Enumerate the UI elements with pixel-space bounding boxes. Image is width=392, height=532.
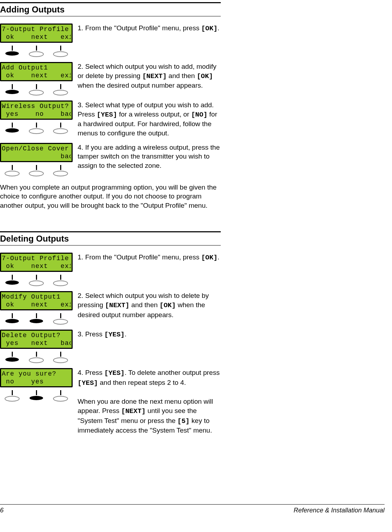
step-text-part: . (125, 330, 126, 338)
step-text: 2. Select which output you wish to add, … (78, 62, 221, 90)
device-button (52, 123, 69, 134)
device-button (52, 352, 69, 363)
step-text: 4. If you are adding a wireless output, … (78, 143, 221, 170)
step-row: Delete Output? yes next back 3. Press [Y… (0, 330, 221, 363)
lcd-line-2: no yes (2, 378, 71, 386)
lcd-screen: 7-Output Profile ok next exit (0, 24, 73, 43)
device-button (52, 390, 69, 402)
lcd-block: Wireless Output? yes no back (0, 100, 73, 134)
key-label: [NEXT] (142, 72, 167, 80)
key-label: [YES] (97, 111, 117, 119)
device-button (52, 165, 69, 176)
buttons-row (0, 84, 73, 95)
device-button (52, 275, 69, 286)
device-button (28, 275, 45, 286)
buttons-row (0, 165, 73, 176)
lcd-screen: Delete Output? yes next back (0, 330, 73, 349)
lcd-screen: Modify Output1 ok next exit (0, 291, 73, 310)
lcd-line-2: ok next exit (2, 33, 71, 41)
lcd-line-1: Open/Close Cover (2, 145, 71, 153)
step-text-part: and then repeat steps 2 to 4. (98, 379, 186, 386)
step-text-part: when the desired output number appears. (78, 82, 203, 89)
step-number: 4. (78, 144, 83, 151)
lcd-block: Delete Output? yes next back (0, 330, 73, 363)
deleting-steps: 7-Output Profile ok next exit 1. From th… (0, 253, 221, 435)
page-number: 6 (0, 507, 4, 514)
device-button (28, 84, 45, 95)
step-text-part: . (218, 253, 219, 261)
section-heading-adding: Adding Outputs (0, 2, 221, 16)
step-row: Open/Close Cover back 4. If you are addi… (0, 143, 221, 176)
step-text: 1. From the "Output Profile" menu, press… (78, 24, 221, 33)
buttons-row (0, 123, 73, 134)
step-number: 3. (78, 101, 83, 109)
step-text-part: for a wireless output, or (117, 110, 191, 118)
step-number: 1. (78, 24, 83, 32)
key-label: [OK] (201, 25, 218, 32)
buttons-row (0, 275, 73, 286)
device-button (28, 123, 45, 134)
step-number: 1. (78, 253, 83, 261)
adding-steps: 7-Output Profile ok next exit 1. From th… (0, 24, 221, 176)
step-row: 7-Output Profile ok next exit 1. From th… (0, 253, 221, 286)
lcd-line-2: yes next back (2, 339, 71, 347)
lcd-screen: Open/Close Cover back (0, 143, 73, 162)
device-button (52, 313, 69, 325)
lcd-line-2: back (2, 153, 71, 160)
step-text-part: Press (83, 369, 104, 376)
lcd-block: Are you sure? no yes (0, 368, 73, 402)
device-button (28, 165, 45, 176)
step-text: 3. Press [YES]. (78, 330, 221, 340)
lcd-line-2: ok next exit (2, 262, 71, 270)
lcd-line-2: ok next exit (2, 301, 71, 309)
lcd-line-1: Are you sure? (2, 370, 71, 378)
step-row: Add Output1 ok next exit 2. Select which… (0, 62, 221, 95)
step-text-part: Press (83, 330, 104, 338)
device-button (4, 46, 20, 57)
step-text-part: and then (167, 72, 197, 79)
key-label: [OK] (197, 72, 213, 80)
lcd-line-1: 7-Output Profile (2, 25, 71, 33)
section-heading-deleting: Deleting Outputs (0, 231, 221, 246)
step-row: Modify Output1 ok next exit 2. Select wh… (0, 291, 221, 325)
buttons-row (0, 390, 73, 402)
step-text-part: If you are adding a wireless output, pre… (78, 144, 220, 169)
device-button (28, 313, 45, 325)
step-text: 3. Select what type of output you wish t… (78, 100, 221, 138)
step-row: Are you sure? no yes 4. Press [YES]. To … (0, 368, 221, 435)
page-footer: 6 Reference & Installation Manual (0, 504, 385, 514)
buttons-row (0, 313, 73, 325)
lcd-line-1: Modify Output1 (2, 293, 71, 301)
lcd-block: Add Output1 ok next exit (0, 62, 73, 95)
device-button (4, 123, 20, 134)
lcd-block: 7-Output Profile ok next exit (0, 253, 73, 286)
closing-paragraph: When you complete an output programming … (0, 183, 221, 210)
lcd-line-1: Wireless Output? (2, 102, 71, 110)
key-label: [YES] (78, 379, 98, 387)
key-label: [5] (177, 417, 189, 425)
device-button (4, 165, 20, 176)
lcd-screen: Are you sure? no yes (0, 368, 73, 387)
lcd-line-2: ok next exit (2, 72, 71, 79)
lcd-line-1: Add Output1 (2, 64, 71, 72)
key-label: [OK] (201, 254, 218, 262)
step-text: 4. Press [YES]. To delete another output… (78, 368, 221, 435)
lcd-line-1: 7-Output Profile (2, 254, 71, 262)
device-button (28, 46, 45, 57)
device-button (4, 275, 20, 286)
step-text: 1. From the "Output Profile" menu, press… (78, 253, 221, 263)
key-label: [YES] (104, 331, 125, 339)
step-row: Wireless Output? yes no back 3. Select w… (0, 100, 221, 138)
device-button (52, 46, 69, 57)
buttons-row (0, 46, 73, 57)
device-button (4, 352, 20, 363)
buttons-row (0, 352, 73, 363)
lcd-screen: Add Output1 ok next exit (0, 62, 73, 81)
lcd-screen: 7-Output Profile ok next exit (0, 253, 73, 272)
step-text-part: . (218, 24, 219, 32)
step-number: 2. (78, 63, 83, 70)
step-text-part: From the "Output Profile" menu, press (83, 253, 201, 261)
device-button (4, 390, 20, 402)
key-label: [NEXT] (105, 301, 129, 309)
step-number: 2. (78, 292, 83, 299)
